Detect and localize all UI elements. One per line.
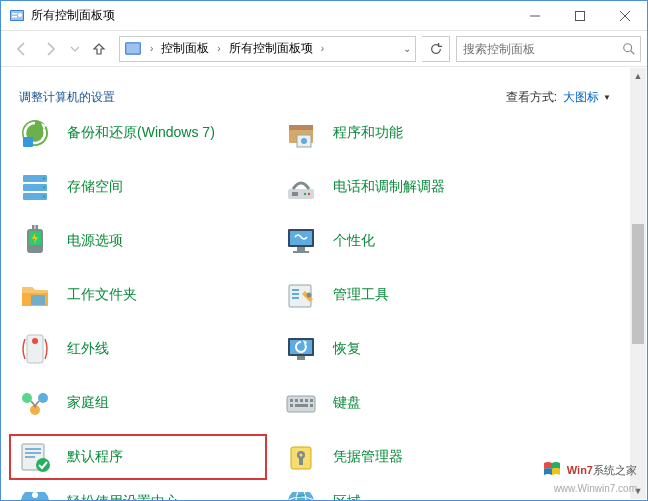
svg-rect-50 — [300, 399, 303, 402]
window-title: 所有控制面板项 — [31, 7, 512, 24]
page-title: 调整计算机的设置 — [19, 89, 506, 106]
power-options-icon — [17, 223, 53, 259]
chevron-right-icon[interactable]: › — [211, 43, 226, 54]
control-panel-item[interactable]: 家庭组 — [13, 384, 263, 422]
svg-rect-59 — [25, 456, 35, 458]
svg-point-20 — [43, 195, 45, 197]
item-label: 程序和功能 — [333, 124, 403, 142]
chevron-right-icon[interactable]: › — [315, 43, 330, 54]
item-label: 红外线 — [67, 340, 109, 358]
search-icon — [622, 42, 636, 59]
chevron-right-icon[interactable]: › — [144, 43, 159, 54]
infrared-icon — [17, 331, 53, 367]
control-panel-item[interactable]: 管理工具 — [279, 276, 529, 314]
up-button[interactable] — [85, 35, 113, 63]
credential-manager-icon — [283, 439, 319, 475]
backup-restore-icon — [17, 115, 53, 151]
control-panel-item[interactable]: 凭据管理器 — [279, 438, 529, 476]
breadcrumb-item[interactable]: 控制面板 — [159, 40, 211, 57]
control-panel-icon — [124, 40, 142, 58]
svg-rect-63 — [299, 457, 303, 465]
svg-rect-31 — [297, 247, 305, 251]
admin-tools-icon — [283, 277, 319, 313]
control-panel-item[interactable]: 个性化 — [279, 222, 529, 260]
control-panel-item[interactable]: 恢复 — [279, 330, 529, 368]
control-panel-item[interactable]: 电源选项 — [13, 222, 263, 260]
scroll-down-button[interactable]: ▼ — [630, 483, 646, 499]
item-label: 个性化 — [333, 232, 375, 250]
svg-rect-35 — [292, 289, 299, 291]
scrollbar[interactable]: ▲ ▼ — [630, 68, 646, 499]
control-panel-item[interactable]: 电话和调制解调器 — [279, 168, 529, 206]
control-panel-item[interactable]: 轻松使用设置中心 — [13, 492, 263, 500]
svg-rect-49 — [295, 399, 298, 402]
control-panel-item[interactable]: 存储空间 — [13, 168, 263, 206]
item-label: 区域 — [333, 493, 361, 500]
scroll-up-button[interactable]: ▲ — [630, 68, 646, 84]
item-label: 轻松使用设置中心 — [67, 493, 179, 500]
personalization-icon — [283, 223, 319, 259]
item-label: 家庭组 — [67, 394, 109, 412]
svg-rect-55 — [310, 404, 313, 407]
svg-rect-57 — [25, 448, 41, 450]
control-panel-item[interactable]: 红外线 — [13, 330, 263, 368]
search-input[interactable] — [463, 37, 618, 61]
forward-button[interactable] — [37, 35, 65, 63]
item-label: 默认程序 — [67, 448, 123, 466]
minimize-button[interactable] — [512, 1, 557, 30]
item-label: 管理工具 — [333, 286, 389, 304]
svg-point-64 — [300, 454, 303, 457]
chevron-down-icon: ▼ — [603, 93, 611, 102]
view-by-selector[interactable]: 大图标 ▼ — [563, 89, 611, 106]
recent-dropdown[interactable] — [67, 35, 83, 63]
svg-rect-43 — [297, 356, 305, 360]
item-label: 电话和调制解调器 — [333, 178, 445, 196]
item-label: 工作文件夹 — [67, 286, 137, 304]
control-panel-item[interactable]: 默认程序 — [13, 438, 263, 476]
maximize-button[interactable] — [557, 1, 602, 30]
breadcrumb-item[interactable]: 所有控制面板项 — [227, 40, 315, 57]
back-button[interactable] — [7, 35, 35, 63]
svg-rect-52 — [310, 399, 313, 402]
control-panel-item[interactable]: 备份和还原(Windows 7) — [13, 114, 263, 152]
breadcrumb[interactable]: › 控制面板 › 所有控制面板项 › ⌄ — [119, 36, 416, 62]
default-programs-icon — [17, 439, 53, 475]
svg-rect-10 — [23, 137, 33, 147]
phone-modem-icon — [283, 169, 319, 205]
search-box[interactable] — [456, 36, 641, 62]
scroll-track[interactable] — [630, 84, 646, 483]
control-panel-item[interactable]: 键盘 — [279, 384, 529, 422]
svg-rect-7 — [126, 43, 140, 53]
svg-rect-58 — [25, 452, 41, 454]
svg-point-38 — [307, 293, 312, 298]
svg-rect-12 — [289, 125, 313, 130]
item-label: 电源选项 — [67, 232, 123, 250]
control-panel-item[interactable]: 区域 — [279, 492, 529, 500]
item-label: 恢复 — [333, 340, 361, 358]
close-button[interactable] — [602, 1, 647, 30]
breadcrumb-dropdown-icon[interactable]: ⌄ — [403, 43, 411, 54]
svg-rect-28 — [36, 225, 39, 229]
svg-point-8 — [624, 43, 632, 51]
svg-point-40 — [32, 338, 38, 344]
work-folders-icon — [17, 277, 53, 313]
svg-point-19 — [43, 186, 45, 188]
item-label: 存储空间 — [67, 178, 123, 196]
control-panel-item[interactable]: 工作文件夹 — [13, 276, 263, 314]
content-area: 备份和还原(Windows 7)程序和功能存储空间电话和调制解调器电源选项个性化… — [1, 106, 630, 500]
view-by-label: 查看方式: — [506, 89, 557, 106]
item-label: 键盘 — [333, 394, 361, 412]
svg-point-66 — [32, 492, 38, 498]
control-panel-icon — [9, 8, 25, 24]
ease-of-access-icon — [17, 492, 53, 500]
refresh-button[interactable] — [422, 36, 450, 62]
control-panel-item[interactable]: 程序和功能 — [279, 114, 529, 152]
svg-point-23 — [304, 193, 306, 195]
programs-features-icon — [283, 115, 319, 151]
scroll-thumb[interactable] — [632, 224, 644, 344]
svg-point-24 — [308, 193, 310, 195]
svg-point-14 — [301, 138, 307, 144]
svg-rect-27 — [32, 225, 35, 229]
svg-rect-54 — [295, 404, 308, 407]
item-label: 备份和还原(Windows 7) — [67, 124, 215, 142]
